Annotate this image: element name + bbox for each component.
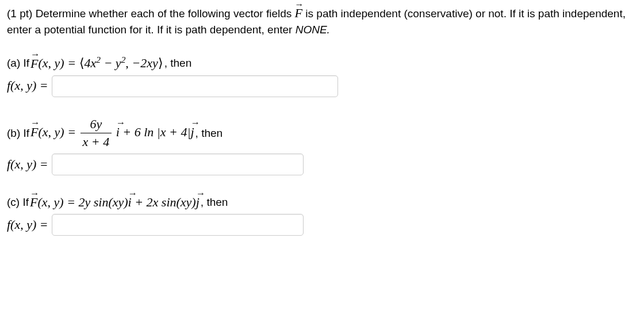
part-a-args: (x, y) =	[39, 56, 79, 71]
part-a-minus: − y	[101, 56, 121, 71]
vector-F-b: F	[30, 124, 38, 141]
part-b-answer-input[interactable]	[52, 154, 304, 175]
part-a-rangle: ⟩	[158, 56, 163, 71]
part-a-answer-input[interactable]	[52, 75, 338, 97]
part-a-langle: ⟨	[79, 56, 85, 71]
part-c-args: (x, y) = 2y sin(xy)	[37, 195, 128, 209]
part-a-sq1: 2	[96, 55, 101, 64]
part-b-plus: + 6 ln |x + 4|	[120, 125, 191, 139]
part-b-prompt: (b) If F(x, y) = 6y x + 4 i + 6 ln |x + …	[7, 116, 637, 152]
part-a-label: (a) If	[7, 56, 29, 71]
part-a-prompt: (a) If F(x, y) = ⟨4x2 − y2, −2xy⟩ , then	[7, 53, 637, 72]
vector-i-b: i	[116, 124, 120, 141]
part-b-answer-label: f(x, y) =	[7, 156, 48, 174]
part-a: (a) If F(x, y) = ⟨4x2 − y2, −2xy⟩ , then…	[7, 53, 637, 97]
part-c-answer-label: f(x, y) =	[7, 216, 48, 234]
part-a-comma: , −2xy	[125, 56, 158, 71]
vector-i-c: i	[128, 194, 132, 212]
vector-F-a: F	[30, 55, 38, 73]
vector-j-c: j	[196, 194, 200, 212]
part-a-answer-label: f(x, y) =	[7, 77, 48, 95]
points-label: (1 pt)	[7, 7, 32, 20]
problem-intro: (1 pt) Determine whether each of the fol…	[7, 5, 637, 37]
vector-F-symbol: F	[295, 5, 302, 22]
part-c-label: (c) If	[7, 195, 29, 210]
part-b-frac-num: 6y	[80, 116, 112, 134]
part-c: (c) If F(x, y) = 2y sin(xy)i + 2x sin(xy…	[7, 194, 637, 236]
part-b-label: (b) If	[7, 126, 29, 141]
part-c-answer-input[interactable]	[52, 214, 304, 236]
part-a-then: , then	[164, 56, 192, 71]
part-c-plus: + 2x sin(xy)	[132, 195, 196, 209]
none-label: NONE.	[296, 24, 330, 36]
vector-F-c: F	[30, 194, 37, 212]
part-b-fraction: 6y x + 4	[80, 116, 112, 152]
intro-text-1: Determine whether each of the following …	[32, 7, 294, 20]
part-c-prompt: (c) If F(x, y) = 2y sin(xy)i + 2x sin(xy…	[7, 194, 637, 212]
vector-j-b: j	[190, 124, 194, 141]
part-b-frac-den: x + 4	[80, 133, 112, 151]
part-b: (b) If F(x, y) = 6y x + 4 i + 6 ln |x + …	[7, 116, 637, 176]
part-b-args: (x, y) =	[39, 125, 79, 139]
part-a-expr1: 4x	[85, 56, 97, 71]
